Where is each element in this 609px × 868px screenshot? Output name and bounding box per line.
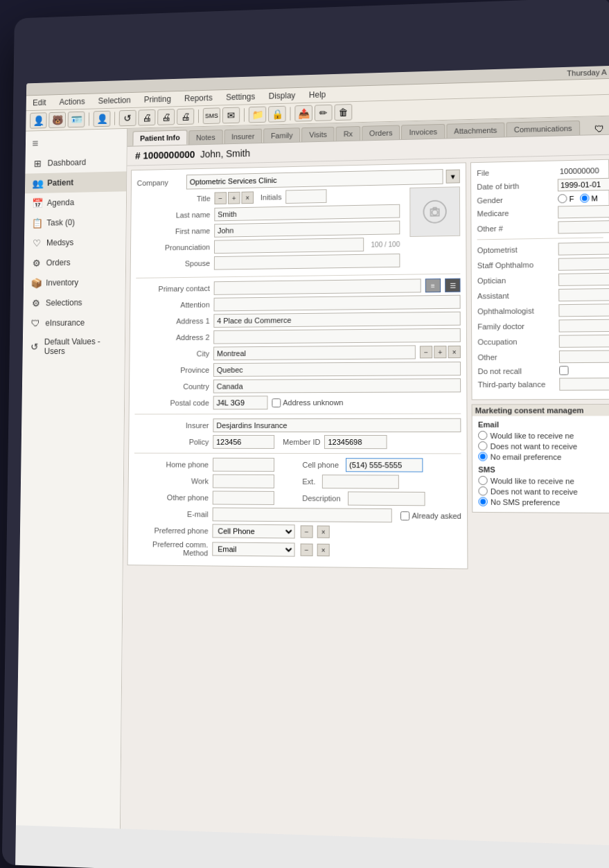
toolbar-sms-btn[interactable]: SMS xyxy=(203,107,220,124)
toolbar-print2-btn[interactable]: 🖨 xyxy=(157,109,175,125)
sidebar-item-einsurance[interactable]: 🛡 eInsurance xyxy=(23,312,125,334)
email-radio-3[interactable] xyxy=(478,452,487,461)
tab-rx[interactable]: Rx xyxy=(336,126,360,141)
sidebar-item-dashboard[interactable]: ⊞ Dashboard xyxy=(25,152,126,174)
primary-contact-input[interactable] xyxy=(214,278,421,294)
sms-radio-3[interactable] xyxy=(478,497,487,506)
company-input[interactable] xyxy=(186,169,443,189)
primary-contact-btn1[interactable]: ≡ xyxy=(425,278,441,292)
city-input[interactable] xyxy=(213,345,416,360)
tab-family[interactable]: Family xyxy=(263,127,300,143)
sidebar-item-task[interactable]: 📋 Task (0) xyxy=(24,211,126,233)
primary-contact-btn2[interactable]: ☰ xyxy=(445,278,460,292)
menu-actions[interactable]: Actions xyxy=(57,96,88,108)
menu-edit[interactable]: Edit xyxy=(30,96,48,109)
gender-f-radio[interactable] xyxy=(558,194,567,203)
other-hash-input[interactable] xyxy=(558,220,609,234)
tab-patient-info[interactable]: Patient Info xyxy=(132,130,187,145)
toolbar-refresh-btn[interactable]: ↺ xyxy=(119,110,136,127)
tab-invoices[interactable]: Invoices xyxy=(402,124,445,139)
toolbar-print-btn[interactable]: 🖨 xyxy=(138,109,155,126)
lastname-input[interactable] xyxy=(214,204,400,222)
tab-communications[interactable]: Communications xyxy=(506,121,580,137)
tab-visits[interactable]: Visits xyxy=(301,127,335,142)
email-radio-2[interactable] xyxy=(478,441,487,450)
attention-input[interactable] xyxy=(213,295,460,312)
photo-placeholder[interactable] xyxy=(409,186,460,237)
insurer-input[interactable] xyxy=(213,418,461,432)
other-input[interactable] xyxy=(559,350,609,363)
address2-input[interactable] xyxy=(213,328,461,344)
pref-comm-clear[interactable]: × xyxy=(317,544,330,556)
sms-radio-2[interactable] xyxy=(478,486,487,495)
sidebar-item-default-values[interactable]: ↺ Default Values - Users xyxy=(23,333,125,360)
medicare-input[interactable] xyxy=(558,204,609,219)
sidebar-item-selections[interactable]: ⚙ Selections xyxy=(23,292,125,314)
hamburger-menu[interactable]: ≡ xyxy=(26,132,127,154)
staff-ophthalmo-input[interactable] xyxy=(558,256,609,270)
sidebar-item-patient[interactable]: 👥 Patient xyxy=(25,171,127,193)
optometrist-input[interactable] xyxy=(558,241,609,255)
optician-input[interactable] xyxy=(558,272,609,286)
occupation-input[interactable] xyxy=(559,334,609,347)
city-minus-btn[interactable]: − xyxy=(420,346,432,358)
spouse-input[interactable] xyxy=(214,254,400,270)
third-party-balance-input[interactable] xyxy=(559,378,609,391)
home-phone-input[interactable] xyxy=(213,458,274,472)
assistant-input[interactable] xyxy=(558,287,609,301)
email-radio-1[interactable] xyxy=(478,431,487,440)
address-unknown-checkbox[interactable] xyxy=(272,398,281,407)
toolbar-print3-btn[interactable]: 🖨 xyxy=(177,108,194,125)
family-doctor-input[interactable] xyxy=(558,319,609,333)
preferred-phone-select[interactable]: Cell Phone Home Phone Work xyxy=(212,524,294,538)
do-not-recall-checkbox[interactable] xyxy=(559,366,569,375)
preferred-comm-select[interactable]: Email SMS Phone xyxy=(212,542,294,556)
member-id-input[interactable] xyxy=(324,435,387,449)
already-asked-checkbox[interactable] xyxy=(400,511,409,520)
toolbar-upload-btn[interactable]: 📤 xyxy=(294,105,312,122)
postal-code-input[interactable] xyxy=(213,396,268,409)
toolbar-person-btn[interactable]: 👤 xyxy=(94,111,111,127)
city-plus-btn[interactable]: + xyxy=(434,346,446,358)
email-input[interactable] xyxy=(213,507,392,522)
toolbar-lock-btn[interactable]: 🔒 xyxy=(268,106,286,123)
title-plus-btn[interactable]: + xyxy=(228,192,240,204)
other-phone-input[interactable] xyxy=(213,491,274,505)
title-minus-btn[interactable]: − xyxy=(214,192,227,204)
toolbar-id-btn[interactable]: 🪪 xyxy=(68,112,85,128)
toolbar-folder-btn[interactable]: 📁 xyxy=(249,106,266,123)
tab-orders[interactable]: Orders xyxy=(362,125,400,140)
toolbar-email-btn[interactable]: ✉ xyxy=(222,107,240,124)
sidebar-item-inventory[interactable]: 📦 Inventory xyxy=(24,272,125,293)
sms-radio-1[interactable] xyxy=(478,476,487,485)
pref-phone-minus[interactable]: − xyxy=(301,525,313,538)
pronunciation-input[interactable] xyxy=(214,238,364,254)
country-input[interactable] xyxy=(213,378,461,393)
sidebar-item-medsys[interactable]: ♡ Medsys xyxy=(24,231,126,253)
sidebar-item-agenda[interactable]: 📅 Agenda xyxy=(25,191,127,213)
policy-input[interactable] xyxy=(213,435,274,449)
gender-m-radio[interactable] xyxy=(580,193,590,202)
ext-input[interactable] xyxy=(322,475,399,489)
tab-insurer[interactable]: Insurer xyxy=(224,129,262,144)
menu-display[interactable]: Display xyxy=(266,89,298,103)
toolbar-delete-btn[interactable]: 🗑 xyxy=(335,104,353,121)
initials-input[interactable] xyxy=(285,189,326,204)
province-input[interactable] xyxy=(213,362,461,377)
firstname-input[interactable] xyxy=(214,220,400,237)
pref-phone-clear[interactable]: × xyxy=(317,526,330,538)
dob-input[interactable] xyxy=(558,177,609,191)
company-dropdown-btn[interactable]: ▼ xyxy=(446,169,460,183)
menu-printing[interactable]: Printing xyxy=(141,93,174,106)
tab-attachments[interactable]: Attachments xyxy=(446,123,504,139)
menu-reports[interactable]: Reports xyxy=(182,91,215,105)
toolbar-edit-btn[interactable]: ✏ xyxy=(315,105,333,121)
sidebar-item-orders[interactable]: ⚙ Orders xyxy=(24,251,125,273)
menu-help[interactable]: Help xyxy=(306,89,328,101)
address1-input[interactable] xyxy=(213,312,460,328)
city-clear-btn[interactable]: × xyxy=(448,346,461,358)
toolbar-save-btn[interactable]: 🐻 xyxy=(48,112,66,128)
tab-notes[interactable]: Notes xyxy=(188,130,222,145)
menu-settings[interactable]: Settings xyxy=(223,91,258,104)
toolbar-user-btn[interactable]: 👤 xyxy=(30,112,47,128)
